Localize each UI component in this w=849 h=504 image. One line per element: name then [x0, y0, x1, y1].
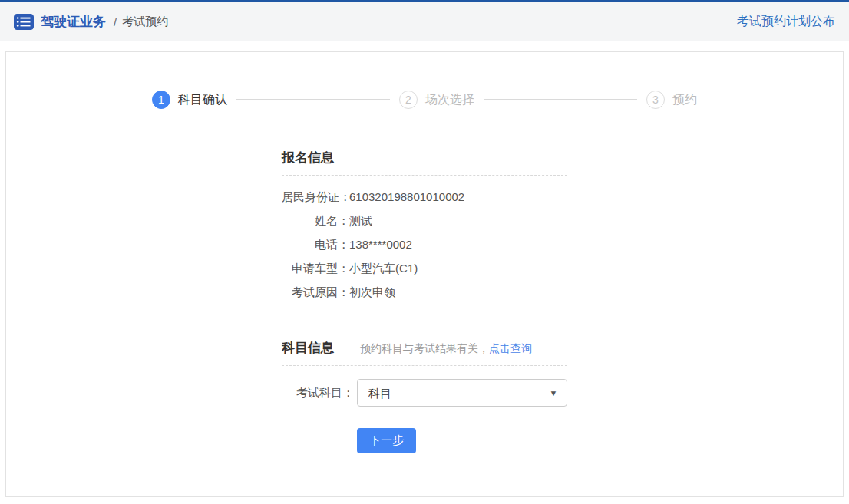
- step-3-label: 预约: [672, 92, 697, 108]
- info-label: 电话：: [282, 232, 349, 256]
- subject-note: 预约科目与考试结果有关，: [360, 342, 489, 356]
- exam-subject-select[interactable]: 科目二: [357, 379, 567, 407]
- wizard-card: 1 科目确认 2 场次选择 3 预约 报名信息 居民身份证： 610320198…: [5, 51, 844, 497]
- info-row-vehicle-type: 申请车型： 小型汽车(C1): [282, 256, 567, 280]
- list-icon: [14, 14, 34, 30]
- breadcrumb-current-page: 考试预约: [122, 15, 168, 29]
- subject-section-title: 科目信息: [282, 339, 334, 357]
- form-content: 报名信息 居民身份证： 610320198801010002 姓名： 测试 电话…: [282, 149, 567, 453]
- registration-info-list: 居民身份证： 610320198801010002 姓名： 测试 电话： 138…: [282, 176, 567, 304]
- breadcrumb-link-license-services[interactable]: 驾驶证业务: [41, 13, 106, 31]
- step-2-circle: 2: [399, 91, 418, 109]
- info-row-id-number: 居民身份证： 610320198801010002: [282, 185, 567, 209]
- info-label: 姓名：: [282, 209, 349, 232]
- registration-section-header: 报名信息: [282, 149, 567, 176]
- info-row-exam-reason: 考试原因： 初次申领: [282, 280, 567, 304]
- phone-value: 138****0002: [349, 232, 412, 256]
- step-1-circle: 1: [152, 91, 170, 109]
- id-number-value: 610320198801010002: [349, 185, 464, 209]
- info-label: 申请车型：: [282, 256, 349, 280]
- step-2-label: 场次选择: [425, 92, 474, 108]
- registration-info-section: 报名信息 居民身份证： 610320198801010002 姓名： 测试 电话…: [282, 149, 567, 304]
- step-indicator: 1 科目确认 2 场次选择 3 预约: [6, 52, 843, 109]
- query-result-link[interactable]: 点击查询: [489, 342, 532, 356]
- registration-section-title: 报名信息: [282, 149, 334, 166]
- exam-subject-field-row: 考试科目： 科目二 ▼: [282, 379, 567, 407]
- subject-info-section: 科目信息 预约科目与考试结果有关， 点击查询 考试科目： 科目二 ▼ 下一步: [282, 339, 567, 453]
- step-connector-2: [484, 99, 637, 100]
- vehicle-type-value: 小型汽车(C1): [349, 256, 418, 280]
- subject-section-header: 科目信息 预约科目与考试结果有关， 点击查询: [282, 339, 567, 366]
- info-row-phone: 电话： 138****0002: [282, 232, 567, 256]
- step-3-reserve: 3 预约: [646, 91, 697, 109]
- exam-plan-announcement-link[interactable]: 考试预约计划公布: [737, 14, 835, 30]
- exam-subject-select-wrap: 科目二 ▼: [357, 379, 567, 407]
- breadcrumb-separator: /: [114, 15, 117, 28]
- breadcrumb: 驾驶证业务 / 考试预约: [14, 13, 168, 31]
- info-label: 考试原因：: [282, 280, 349, 304]
- info-label: 居民身份证：: [282, 185, 349, 209]
- breadcrumb-header: 驾驶证业务 / 考试预约 考试预约计划公布: [0, 2, 849, 41]
- next-step-button[interactable]: 下一步: [357, 428, 416, 453]
- step-2-session-select: 2 场次选择: [399, 91, 474, 109]
- step-1-label: 科目确认: [178, 92, 227, 108]
- step-3-circle: 3: [646, 91, 665, 109]
- step-1-subject-confirm: 1 科目确认: [152, 91, 227, 109]
- exam-reason-value: 初次申领: [349, 280, 395, 304]
- exam-subject-field-label: 考试科目：: [282, 386, 354, 400]
- info-row-name: 姓名： 测试: [282, 209, 567, 232]
- step-connector-1: [236, 99, 390, 100]
- name-value: 测试: [349, 209, 372, 232]
